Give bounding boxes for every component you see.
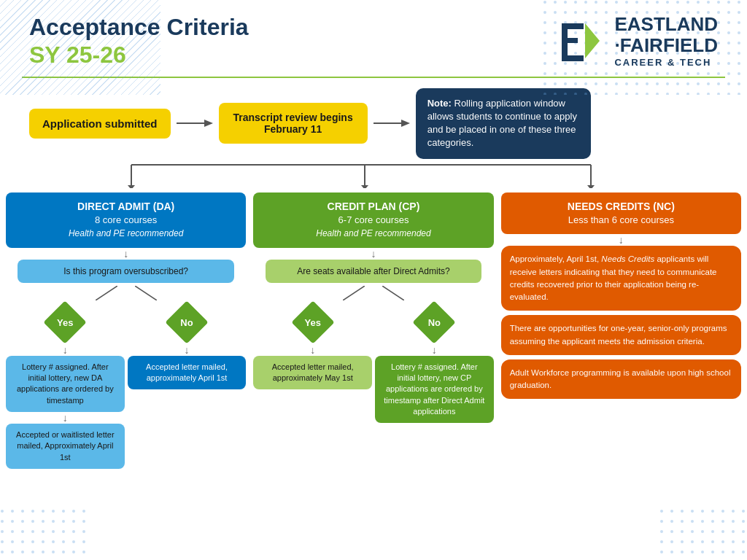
da-fork: Yes ↓ Lottery # assigned. After initial … [6, 286, 246, 470]
svg-marker-13 [204, 120, 213, 127]
flow-arrow-2 [374, 116, 410, 131]
cp-lottery-text: Lottery # assigned. After initial lotter… [384, 362, 484, 416]
cp-yes-label: Yes [304, 316, 320, 327]
school-year-title: SY 25-26 [29, 41, 249, 69]
svg-marker-11 [585, 23, 600, 58]
cp-accepted-box: Accepted letter mailed, approximately Ma… [253, 356, 372, 390]
transcript-review-line1: Transcript review begins [233, 112, 353, 123]
svg-line-23 [96, 286, 117, 300]
cp-yes-down: ↓ [310, 345, 315, 355]
credit-plan-header: CREDIT PLAN (CP) 6-7 core courses Health… [253, 192, 493, 248]
school-name-line1: EASTLAND [614, 14, 718, 35]
da-subtitle: 8 core courses [16, 214, 236, 227]
svg-marker-20 [361, 185, 368, 188]
credit-plan-column: CREDIT PLAN (CP) 6-7 core courses Health… [253, 192, 493, 424]
cp-diamond-yes: Yes [291, 300, 335, 344]
bg-dots-bl [0, 509, 88, 560]
da-yes-down: ↓ [63, 345, 68, 355]
da-question: Is this program oversubscribed? [63, 266, 188, 276]
nc-info-text-3: Adult Workforce programming is available… [510, 368, 731, 389]
nc-info-text-1: Approximately, April 1st, Needs Credits … [510, 254, 717, 301]
da-final-box: Accepted or waitlisted letter mailed, Ap… [6, 424, 125, 469]
cp-subtitle: 6-7 core courses [263, 214, 483, 227]
note-label: Note: [427, 98, 452, 109]
three-columns: DIRECT ADMIT (DA) 8 core courses Health … [0, 192, 747, 470]
svg-marker-22 [587, 185, 595, 188]
needs-credits-header: NEEDS CREDITS (NC) Less than 6 core cour… [501, 192, 741, 235]
da-question-box: Is this program oversubscribed? [18, 260, 233, 283]
flow-arrow-1 [177, 116, 213, 131]
nc-info-box-1: Approximately, April 1st, Needs Credits … [501, 246, 741, 311]
nc-info-text-2: There are opportunities for one-year, se… [510, 324, 727, 345]
da-subtitle2: Health and PE recommended [69, 228, 183, 238]
transcript-review-box: Transcript review begins February 11 [219, 103, 368, 144]
application-submitted-label: Application submitted [42, 117, 158, 130]
cp-question-box: Are seats available after Direct Admits? [266, 260, 481, 283]
school-subtitle: CAREER & TECH [614, 57, 718, 69]
svg-rect-10 [562, 55, 584, 61]
cp-no-branch: No ↓ Lottery # assigned. After initial l… [375, 286, 494, 424]
header: Acceptance Criteria SY 25-26 EASTLAND ·F… [0, 0, 747, 77]
svg-line-25 [343, 286, 365, 300]
cp-subtitle2: Health and PE recommended [316, 228, 430, 238]
cp-lottery-box: Lottery # assigned. After initial lotter… [375, 356, 494, 424]
da-yes-arrow2: ↓ [63, 413, 68, 423]
cp-no-label: No [428, 316, 441, 327]
da-no-down: ↓ [185, 345, 190, 355]
top-connectors [15, 159, 732, 188]
cp-accepted-text: Accepted letter mailed, approximately Ma… [272, 362, 354, 382]
nc-arrow1: ↓ [619, 235, 624, 245]
cp-question: Are seats available after Direct Admits? [297, 266, 449, 276]
da-yes-branch: Yes ↓ Lottery # assigned. After initial … [6, 286, 125, 470]
needs-credits-column: NEEDS CREDITS (NC) Less than 6 core cour… [501, 192, 741, 404]
logo-text-block: EASTLAND ·FAIRFIELD CAREER & TECH [614, 14, 718, 69]
yes-label: Yes [57, 316, 73, 327]
svg-rect-3 [0, 509, 88, 560]
da-lottery-text: Lottery # assigned. After initial lotter… [17, 362, 114, 405]
da-lottery-box: Lottery # assigned. After initial lotter… [6, 356, 125, 413]
nc-info-box-3: Adult Workforce programming is available… [501, 359, 741, 400]
diamond-no: No [165, 300, 209, 344]
da-final-text: Accepted or waitlisted letter mailed, Ap… [16, 430, 115, 462]
svg-rect-5 [659, 509, 747, 560]
nc-info-box-2: There are opportunities for one-year, se… [501, 315, 741, 355]
da-arrow1: ↓ [123, 249, 128, 259]
cp-arrow1: ↓ [371, 249, 376, 259]
nc-title: NEEDS CREDITS (NC) [511, 200, 731, 214]
nc-subtitle: Less than 6 core courses [511, 214, 731, 227]
cp-fork: Yes ↓ Accepted letter mailed, approximat… [253, 286, 493, 424]
note-box: Note: Rolling application window allows … [416, 88, 591, 159]
acceptance-criteria-title: Acceptance Criteria [29, 13, 249, 41]
cp-diamond-no: No [412, 300, 456, 344]
direct-admit-header: DIRECT ADMIT (DA) 8 core courses Health … [6, 192, 246, 248]
top-flow-row: Application submitted Transcript review … [0, 78, 747, 159]
connector-lines-svg [15, 159, 732, 188]
cp-no-down: ↓ [432, 345, 437, 355]
school-name-line2: ·FAIRFIELD [614, 35, 718, 56]
da-accepted-text: Accepted letter mailed, approximately Ap… [146, 362, 228, 382]
school-logo-icon [557, 18, 604, 64]
svg-rect-8 [562, 23, 584, 29]
svg-marker-15 [401, 120, 410, 127]
cp-yes-branch: Yes ↓ Accepted letter mailed, approximat… [253, 286, 372, 390]
logo-area: EASTLAND ·FAIRFIELD CAREER & TECH [557, 14, 718, 69]
svg-line-26 [382, 286, 404, 300]
transcript-review-line2: February 11 [233, 123, 353, 135]
svg-rect-9 [562, 38, 578, 43]
svg-line-24 [135, 286, 157, 300]
no-label: No [180, 316, 193, 327]
svg-marker-18 [128, 185, 135, 188]
bg-dots-br [659, 509, 747, 560]
diamond-yes: Yes [43, 300, 87, 344]
direct-admit-column: DIRECT ADMIT (DA) 8 core courses Health … [6, 192, 246, 470]
da-no-branch: No ↓ Accepted letter mailed, approximate… [128, 286, 247, 390]
page-title-block: Acceptance Criteria SY 25-26 [29, 13, 249, 69]
da-accepted-box: Accepted letter mailed, approximately Ap… [128, 356, 247, 390]
application-submitted-box: Application submitted [29, 109, 171, 139]
da-title: DIRECT ADMIT (DA) [16, 200, 236, 214]
cp-title: CREDIT PLAN (CP) [263, 200, 483, 214]
